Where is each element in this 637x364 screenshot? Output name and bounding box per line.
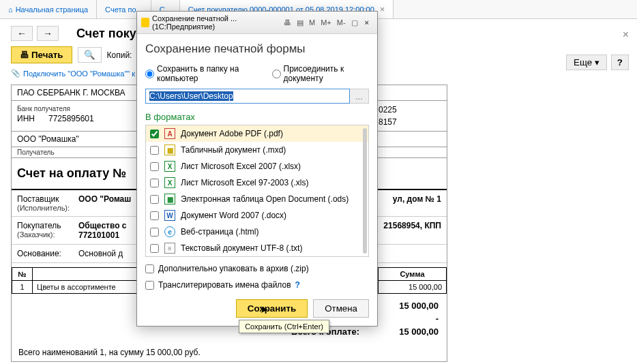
browse-button[interactable]: ... [350, 89, 369, 104]
format-row-pdf[interactable]: AДокумент Adobe PDF (.pdf) [146, 125, 368, 142]
tab-home-label: Начальная страница [16, 5, 88, 14]
save-mode-radio: Сохранить в папку на компьютер Присоедин… [145, 64, 369, 83]
link-icon: 📎 [11, 69, 20, 78]
xls-icon: X [164, 177, 175, 188]
titlebar-print-icon[interactable]: 🖶 [281, 18, 294, 27]
path-input[interactable]: C:\Users\User\Desktop [145, 89, 350, 104]
format-row-doc[interactable]: WДокумент Word 2007 (.docx) [146, 207, 368, 224]
tab-close-icon[interactable]: × [380, 4, 385, 14]
format-label: Электронная таблица Open Document (.ods) [181, 194, 349, 204]
format-row-html[interactable]: eВеб-страница (.html) [146, 224, 368, 240]
connect-link-label: Подключить "ООО "Ромашка"" к [23, 70, 135, 78]
scrollbar[interactable] [363, 128, 367, 254]
format-row-txt[interactable]: ≡Текстовый документ UTF-8 (.txt) [146, 240, 368, 256]
dialog-titlebar[interactable]: Сохранение печатной ... (1С:Предприятие)… [137, 12, 377, 34]
format-row-mxd[interactable]: ▦Табличный документ (.mxd) [146, 142, 368, 158]
titlebar-minimize-button[interactable]: ▢ [349, 18, 361, 27]
format-label: Текстовый документ UTF-8 (.txt) [181, 243, 302, 253]
topay-value: 15 000,00 [384, 327, 439, 337]
html-icon: e [164, 226, 175, 237]
txt-icon: ≡ [164, 243, 175, 254]
supplier-tail: ул, дом № 1 [393, 194, 441, 204]
opt-translit-row[interactable]: Транслитерировать имена файлов ? [145, 280, 369, 290]
radio-save-folder-input[interactable] [145, 70, 154, 78]
supplier-label: Поставщик [17, 194, 78, 204]
radio-save-folder[interactable]: Сохранить в папку на компьютер [145, 64, 263, 83]
account-value: 8157 [379, 116, 441, 128]
more-button[interactable]: Еще ▾ [566, 55, 607, 70]
th-sum: Сумма [379, 268, 447, 281]
format-row-xls[interactable]: XЛист Microsoft Excel 97-2003 (.xls) [146, 175, 368, 191]
format-checkbox[interactable] [150, 228, 159, 237]
formats-list[interactable]: AДокумент Adobe PDF (.pdf)▦Табличный док… [145, 125, 369, 257]
format-checkbox[interactable] [150, 211, 159, 220]
translit-label: Транслитерировать имена файлов [158, 280, 291, 290]
format-checkbox[interactable] [150, 130, 159, 138]
buyer-label: Покупатель [17, 221, 78, 230]
buyer-sublabel: (Заказчик): [17, 230, 78, 239]
basis-label: Основание: [17, 249, 78, 258]
ods-icon: ▦ [164, 194, 175, 204]
format-checkbox[interactable] [150, 162, 159, 171]
format-label: Табличный документ (.mxd) [181, 145, 286, 155]
inn-value: 7725895601 [48, 114, 94, 123]
printer-icon: 🖶 [20, 50, 29, 60]
radio-attach-doc[interactable]: Присоединить к документу [272, 64, 369, 83]
tab-home[interactable]: ⌂Начальная страница [0, 0, 97, 18]
format-label: Лист Microsoft Excel 97-2003 (.xls) [181, 178, 308, 187]
format-label: Веб-страница (.html) [181, 227, 258, 237]
format-checkbox[interactable] [150, 244, 159, 253]
right-toolbar: Еще ▾ ? [566, 55, 629, 70]
inn-label: ИНН [17, 114, 35, 123]
copies-label: Копий: [107, 50, 132, 60]
dialog-body: Сохранение печатной формы Сохранить в па… [137, 34, 377, 326]
titlebar-doc-icon[interactable]: ▤ [294, 18, 306, 27]
more-label: Еще [574, 57, 592, 67]
print-label: Печать [31, 50, 63, 60]
buyer-value: Общество с [78, 221, 127, 230]
nav-back-button[interactable]: ← [11, 26, 33, 41]
radio-attach-input[interactable] [272, 70, 281, 78]
bik-value: 0225 [379, 104, 441, 116]
translit-help-icon[interactable]: ? [295, 280, 300, 290]
titlebar-mplus-button[interactable]: M+ [318, 18, 334, 27]
format-row-xls[interactable]: XЛист Microsoft Excel 2007 (.xlsx) [146, 158, 368, 175]
format-checkbox[interactable] [150, 195, 159, 204]
dialog-heading: Сохранение печатной формы [145, 42, 369, 56]
doc-icon: W [164, 210, 175, 221]
mxd-icon: ▦ [164, 145, 175, 155]
format-label: Лист Microsoft Excel 2007 (.xlsx) [181, 162, 301, 171]
save-button[interactable]: Сохранить [236, 299, 308, 318]
xls-icon: X [164, 161, 175, 172]
cancel-button[interactable]: Отмена [313, 299, 369, 318]
buyer-tail: 21568954, КПП [383, 221, 441, 230]
formats-label: В форматах [145, 112, 369, 122]
row-no: 1 [12, 281, 33, 294]
titlebar-mminus-button[interactable]: M- [334, 18, 349, 27]
supplier-sublabel: (Исполнитель): [17, 204, 78, 212]
nav-forward-button[interactable]: → [37, 26, 59, 41]
close-page-button[interactable]: × [623, 29, 629, 41]
help-button[interactable]: ? [611, 55, 629, 70]
page-title: Счет покуп [76, 27, 144, 41]
dialog-window-title: Сохранение печатной ... (1С:Предприятие) [152, 14, 281, 31]
summary: Всего наименований 1, на сумму 15 000,00… [12, 344, 447, 361]
home-icon: ⌂ [8, 5, 13, 14]
translit-checkbox[interactable] [145, 281, 154, 290]
titlebar-m-button[interactable]: M [306, 18, 318, 27]
format-checkbox[interactable] [150, 146, 159, 155]
zip-checkbox[interactable] [145, 264, 154, 273]
opt-zip-row[interactable]: Дополнительно упаковать в архив (.zip) [145, 264, 369, 273]
format-label: Документ Adobe PDF (.pdf) [181, 129, 283, 138]
supplier-value: ООО "Ромаш [78, 194, 131, 204]
row-sum: 15 000,00 [379, 281, 447, 294]
format-row-ods[interactable]: ▦Электронная таблица Open Document (.ods… [146, 191, 368, 207]
save-tooltip: Сохранить (Ctrl+Enter) [239, 320, 329, 333]
titlebar-close-button[interactable]: × [361, 18, 373, 27]
print-button[interactable]: 🖶Печать [11, 46, 72, 63]
format-checkbox[interactable] [150, 179, 159, 187]
nonds-value: - [384, 314, 439, 324]
radio-attach-label: Присоединить к документу [284, 64, 369, 83]
preview-button[interactable]: 🔍 [78, 47, 102, 63]
buyer-kpp: 772101001 [78, 230, 119, 240]
